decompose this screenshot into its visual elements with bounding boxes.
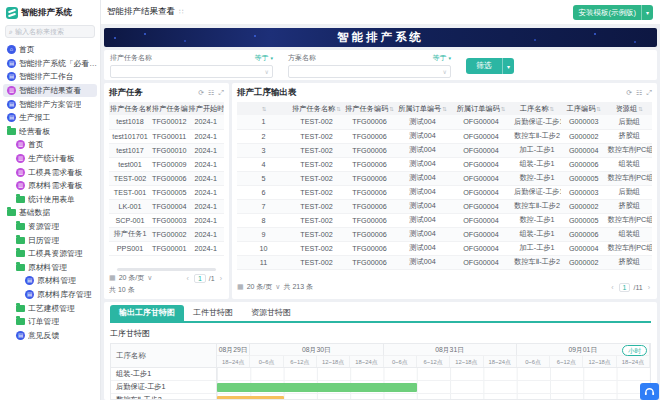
filter-button[interactable]: 筛选 ▾ xyxy=(466,58,514,74)
current-page[interactable]: 1 xyxy=(619,283,631,292)
filter-plan-input[interactable]: ∨ xyxy=(288,65,451,78)
gantt-tab[interactable]: 资源甘特图 xyxy=(242,305,300,321)
search-input[interactable] xyxy=(15,28,91,35)
task-name-cell: test1017 xyxy=(109,143,151,157)
gantt-hour-cell: 6~12点 xyxy=(417,356,450,367)
sidebar-item[interactable]: 日历管理 xyxy=(3,233,97,247)
fullscreen-icon[interactable]: ⤢ xyxy=(646,89,652,97)
settings-grid-icon[interactable]: ▦ xyxy=(109,274,116,282)
horizontal-scrollbar[interactable] xyxy=(117,268,216,271)
next-page-icon[interactable]: › xyxy=(646,284,652,291)
floating-help-button[interactable] xyxy=(640,383,659,400)
table-row[interactable]: 8 TEST-002 TFG00006 测试004 OFG00004 数控-工步… xyxy=(237,213,652,227)
table-row[interactable]: test101701 TFG00011 2024-1 xyxy=(109,129,224,143)
sidebar-item[interactable]: 工艺建模管理 xyxy=(3,301,97,315)
sidebar-item[interactable]: ▥ 首页 xyxy=(3,138,97,152)
table-row[interactable]: 6 TEST-002 TFG00006 测试004 OFG00004 后勤保证-… xyxy=(237,185,652,199)
sidebar-item[interactable]: ▤ 原材料库存管理 xyxy=(3,288,97,302)
sidebar-item[interactable]: ▤ 原材料管理 xyxy=(3,274,97,288)
sidebar-item[interactable]: 统计使用表单 xyxy=(3,193,97,207)
sidebar-item[interactable]: 订单管理 xyxy=(3,315,97,329)
table-row[interactable]: 10 TEST-002 TFG00006 测试004 OFG00004 加工-工… xyxy=(237,241,652,255)
sidebar-search[interactable]: ⌕ xyxy=(5,25,95,38)
sidebar-item-icon: ▤ xyxy=(16,331,25,340)
filter-task-input[interactable]: ∨ xyxy=(110,65,273,78)
table-row[interactable]: 7 TEST-002 TFG00006 测试004 OFG00004 数控车Ⅱ-… xyxy=(237,199,652,213)
page-size[interactable]: 20 条/页 xyxy=(119,273,145,283)
next-page-icon[interactable]: › xyxy=(218,275,224,282)
column-header[interactable]: 排产任务名称 xyxy=(290,102,343,115)
gantt-bar[interactable] xyxy=(217,383,417,392)
columns-icon[interactable]: ☷ xyxy=(208,89,214,97)
tab-more-icon[interactable]: ∷ xyxy=(179,8,183,16)
table-row[interactable]: TEST-002 TFG00006 2024-1 xyxy=(109,171,224,185)
column-header[interactable]: 排产任务名称 xyxy=(109,102,151,115)
prev-page-icon[interactable]: ‹ xyxy=(185,275,191,282)
table-row[interactable]: 11 TEST-002 TFG00006 测试004 OFG00004 数控车Ⅱ… xyxy=(237,255,652,269)
table-row[interactable]: PPS001 TFG00001 2024-1 xyxy=(109,241,224,255)
table-row[interactable]: 1 TEST-002 TFG00006 测试004 OFG00004 后勤保证-… xyxy=(237,115,652,129)
filter-plan-operator[interactable]: 等于 ▾ xyxy=(433,53,451,63)
filter-task-operator[interactable]: 等于 ▾ xyxy=(255,53,273,63)
sidebar-item[interactable]: 基础数据 xyxy=(3,206,97,220)
sidebar-item[interactable]: ▥ 智能排产结果查看 xyxy=(3,84,97,98)
sidebar-item[interactable]: ▤ 智能排产方案管理 xyxy=(3,97,97,111)
gantt-tab[interactable]: 工件甘特图 xyxy=(184,305,242,321)
table-row[interactable]: 3 TEST-002 TFG00006 测试004 OFG00004 加工-工步… xyxy=(237,143,652,157)
sidebar-item[interactable]: ▤ 意见反馈 xyxy=(3,328,97,342)
column-header[interactable]: 资源组 xyxy=(607,102,653,115)
table-row[interactable]: 9 TEST-002 TFG00006 测试004 OFG00004 组装-工步… xyxy=(237,227,652,241)
table-row[interactable]: 5 TEST-002 TFG00006 测试004 OFG00004 数控-工步… xyxy=(237,171,652,185)
gantt-tab[interactable]: 输出工序甘特图 xyxy=(110,305,184,321)
table-row[interactable]: LK-001 TFG00004 2024-1 xyxy=(109,199,224,213)
sidebar-item[interactable]: ⌂ 首页 xyxy=(3,43,97,57)
sidebar-item[interactable]: ▥ 工模具需求看板 xyxy=(3,165,97,179)
filter-button-label[interactable]: 筛选 xyxy=(466,58,503,74)
sidebar-item[interactable]: 经营看板 xyxy=(3,125,97,139)
column-header[interactable]: 排产任务编码 xyxy=(343,102,396,115)
column-header[interactable]: 排产开始时间 xyxy=(188,102,225,115)
column-header[interactable]: 排产任务编码 xyxy=(151,102,188,115)
page-size[interactable]: 20 条/页 xyxy=(247,282,273,292)
column-header[interactable]: 所属订单编码 xyxy=(449,102,513,115)
refresh-icon[interactable]: ⟳ xyxy=(626,89,632,97)
column-header[interactable]: 工序名称 xyxy=(513,102,561,115)
sidebar-item[interactable]: ▥ 生产统计看板 xyxy=(3,152,97,166)
sidebar-item[interactable]: ▤ 智能排产系统「必看说明」 xyxy=(3,57,97,71)
table-row[interactable]: SCP-001 TFG00003 2024-1 xyxy=(109,213,224,227)
column-header[interactable]: 所属订单编号 xyxy=(396,102,449,115)
gantt-unit-toggle[interactable]: 小时 xyxy=(622,345,647,356)
refresh-icon[interactable]: ⟳ xyxy=(198,89,204,97)
fullscreen-icon[interactable]: ⤢ xyxy=(218,89,224,97)
gantt-hour-cell: 12~18点 xyxy=(317,356,350,367)
column-header[interactable] xyxy=(237,102,290,115)
table-row[interactable]: TEST-001 TFG00005 2024-1 xyxy=(109,185,224,199)
prev-page-icon[interactable]: ‹ xyxy=(609,284,615,291)
sidebar-item[interactable]: ▤ 生产报工 xyxy=(3,111,97,125)
gantt-hour-cell: 0~6点 xyxy=(517,356,550,367)
sidebar-item[interactable]: 原材料管理 xyxy=(3,261,97,275)
table-row[interactable]: 4 TEST-002 TFG00006 测试004 OFG00004 组装-工步… xyxy=(237,157,652,171)
column-header[interactable]: 工序编码 xyxy=(561,102,607,115)
chevron-down-icon[interactable]: ▾ xyxy=(642,9,653,16)
order-code-cell: OFG00004 xyxy=(449,185,513,199)
current-page[interactable]: 1 xyxy=(194,274,206,283)
table-row[interactable]: 排产任务1 TFG00002 2024-1 xyxy=(109,227,224,241)
gantt-bar[interactable] xyxy=(217,396,284,400)
task-name-cell: TEST-002 xyxy=(290,227,343,241)
sidebar-item[interactable]: 资源管理 xyxy=(3,220,97,234)
sidebar-item[interactable]: ▥ 原材料需求看板 xyxy=(3,179,97,193)
settings-grid-icon[interactable]: ▦ xyxy=(237,283,244,291)
tab-result-view[interactable]: 智能排产结果查看 ∷ xyxy=(107,6,183,18)
sidebar-item[interactable]: 工模具资源管理 xyxy=(3,247,97,261)
install-template-button[interactable]: 安装模板(示例版) ▾ xyxy=(573,5,653,20)
columns-icon[interactable]: ☷ xyxy=(636,89,642,97)
app-title: 智能排产系统 xyxy=(21,7,72,19)
table-row[interactable]: test1018 TFG00012 2024-1 xyxy=(109,115,224,129)
sidebar-item[interactable]: ▤ 智能排产工作台 xyxy=(3,70,97,84)
table-row[interactable]: test001 TFG00009 2024-1 xyxy=(109,157,224,171)
table-row[interactable]: 2 TEST-002 TFG00006 测试004 OFG00004 数控车Ⅱ-… xyxy=(237,129,652,143)
table-row[interactable]: test1017 TFG00010 2024-1 xyxy=(109,143,224,157)
install-template-label[interactable]: 安装模板(示例版) xyxy=(573,5,642,20)
chevron-down-icon[interactable]: ▾ xyxy=(503,63,514,70)
